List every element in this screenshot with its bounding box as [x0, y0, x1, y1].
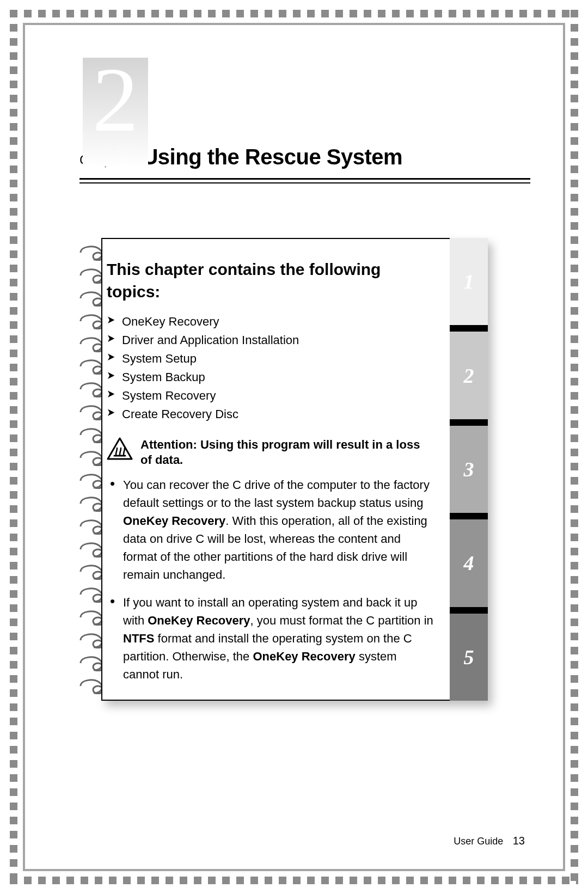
- chapter-rule: [79, 178, 530, 183]
- topic-item: System Backup: [107, 368, 433, 387]
- topics-notebook: 1 2 3 4 5 This chapter contains the foll…: [74, 238, 488, 701]
- warning-hot-icon: [107, 437, 133, 461]
- note-item: You can recover the C drive of the compu…: [107, 476, 433, 584]
- note-item: If you want to install an operating syst…: [107, 593, 433, 683]
- topic-item: Driver and Application Installation: [107, 331, 433, 350]
- notes-list: You can recover the C drive of the compu…: [107, 476, 433, 683]
- chapter-number: 2: [93, 53, 139, 146]
- footer-label: User Guide: [454, 836, 503, 847]
- topics-heading: This chapter contains the following topi…: [107, 259, 433, 303]
- page-number: 13: [513, 835, 525, 847]
- page-footer: User Guide 13: [454, 835, 525, 847]
- topics-list: OneKey Recovery Driver and Application I…: [107, 313, 433, 424]
- attention-text: Attention: Using this program will resul…: [140, 437, 433, 468]
- chapter-number-badge: 2: [83, 58, 148, 167]
- topic-item: System Recovery: [107, 387, 433, 405]
- chapter-title: Using the Rescue System: [142, 145, 402, 169]
- topic-item: OneKey Recovery: [107, 313, 433, 331]
- attention-callout: Attention: Using this program will resul…: [107, 437, 433, 468]
- topic-item: System Setup: [107, 350, 433, 368]
- topic-item: Create Recovery Disc: [107, 405, 433, 424]
- chapter-header: 2 Chapter Using the Rescue System: [79, 63, 530, 183]
